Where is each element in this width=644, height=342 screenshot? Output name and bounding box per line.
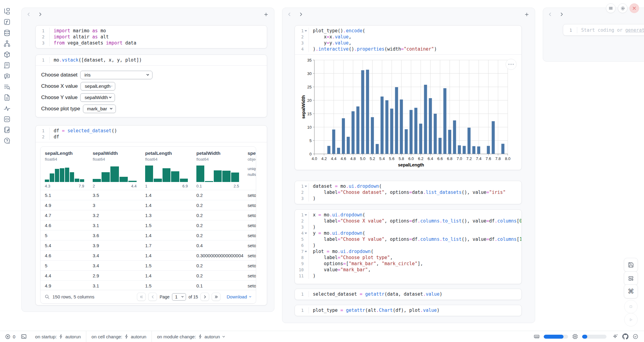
column-move-right-button[interactable] bbox=[558, 11, 565, 18]
last-page-button[interactable] bbox=[212, 293, 220, 301]
github-icon[interactable] bbox=[622, 333, 628, 340]
fold-chevron-icon[interactable] bbox=[304, 250, 307, 253]
shutdown-button[interactable] bbox=[629, 3, 639, 13]
tracing-icon[interactable] bbox=[3, 105, 11, 112]
command-palette-button[interactable]: ⌘ bbox=[624, 284, 638, 298]
code-editor[interactable]: 1selected_dataset = getattr(data, datase… bbox=[295, 289, 521, 299]
chevron-down-icon bbox=[108, 95, 112, 99]
file-explorer-icon[interactable] bbox=[3, 7, 11, 15]
svg-text:7.0: 7.0 bbox=[456, 156, 462, 161]
notebook-menu-button[interactable] bbox=[606, 3, 616, 13]
table-column-header[interactable]: petalWidthfloat640.12.5 bbox=[192, 147, 243, 190]
terminal-button[interactable] bbox=[21, 333, 30, 340]
page-select[interactable]: 1 bbox=[172, 293, 186, 301]
snippets-icon[interactable] bbox=[3, 115, 11, 123]
add-cell-button[interactable] bbox=[523, 11, 530, 18]
chart-actions-button[interactable] bbox=[506, 59, 517, 70]
on-cell-change-setting[interactable]: on cell change: autorun bbox=[86, 331, 152, 342]
table-footer: 150 rows, 5 columns Page 1 of 15 bbox=[41, 290, 256, 303]
line-number: 1 bbox=[36, 57, 50, 63]
on-module-change-setting[interactable]: on module change: autorun bbox=[152, 331, 231, 342]
line-number: 3 bbox=[36, 40, 50, 46]
code-editor[interactable]: 1plot_type = getattr(alt.Chart(df), plot… bbox=[295, 305, 521, 315]
search-icon[interactable] bbox=[45, 294, 50, 299]
logs-icon[interactable] bbox=[3, 61, 11, 69]
column-move-right-button[interactable] bbox=[37, 11, 44, 18]
code-editor[interactable]: 1mo.vstack([dataset, x, y, plot]) bbox=[36, 55, 267, 65]
add-cell-button[interactable] bbox=[263, 11, 269, 18]
dependency-graph-icon[interactable] bbox=[3, 40, 11, 48]
dropdown-select-choose-plot-type[interactable]: mark_bar bbox=[83, 105, 116, 113]
table-column-header[interactable]: sepalWidthfloat6424.4 bbox=[88, 147, 141, 190]
table-row[interactable]: 53.61.40.2setosa bbox=[41, 230, 256, 240]
column-move-left-button[interactable] bbox=[25, 11, 32, 18]
table-column-header[interactable]: speciesobjectunique:nulls: bbox=[243, 147, 256, 190]
next-page-button[interactable] bbox=[200, 293, 209, 301]
datasources-icon[interactable] bbox=[3, 29, 11, 37]
ai-sparkle-icon[interactable] bbox=[612, 333, 618, 340]
dropdown-select-choose-y-value[interactable]: sepalWidth bbox=[80, 93, 115, 102]
download-button[interactable]: Download bbox=[227, 294, 252, 299]
cell-dataset-dropdown: 1dataset = mo.ui.dropdown(2 label="Choos… bbox=[295, 181, 522, 204]
code-line: 3 y=y.value, bbox=[295, 40, 521, 46]
table-cell: 3 bbox=[88, 203, 141, 208]
help-icon[interactable] bbox=[3, 137, 11, 145]
fold-chevron-icon[interactable] bbox=[304, 232, 307, 235]
code-editor[interactable]: 1import marimo as mo2import altair as al… bbox=[36, 26, 267, 48]
variables-search-icon[interactable] bbox=[3, 83, 11, 91]
dropdown-select-choose-dataset[interactable]: iris bbox=[80, 71, 152, 79]
line-number: 1 bbox=[563, 27, 577, 33]
scratchpad-icon[interactable] bbox=[3, 126, 11, 134]
code-editor[interactable]: 1dataset = mo.ui.dropdown(2 label="Choos… bbox=[295, 181, 521, 204]
column-move-left-button[interactable] bbox=[286, 11, 293, 18]
column-move-right-button[interactable] bbox=[298, 11, 304, 18]
save-notebook-button[interactable] bbox=[624, 258, 638, 272]
table-cell: 2.9 bbox=[88, 273, 141, 278]
first-page-button[interactable] bbox=[137, 293, 146, 301]
notebook-column-3: 1 Start coding or generate with bbox=[543, 8, 644, 62]
table-row[interactable]: 4.63.11.50.2setosa bbox=[41, 220, 256, 230]
dropdown-select-choose-x-value[interactable]: sepalLength bbox=[80, 82, 115, 91]
run-all-button[interactable] bbox=[624, 313, 638, 326]
packages-icon[interactable] bbox=[3, 51, 11, 59]
column-move-left-button[interactable] bbox=[547, 11, 553, 18]
documentation-icon[interactable] bbox=[3, 94, 11, 102]
table-row[interactable]: 5.13.51.40.2setosa bbox=[41, 190, 256, 200]
previous-page-button[interactable] bbox=[148, 293, 157, 301]
ram-usage-meter[interactable] bbox=[544, 335, 568, 339]
layout-toggle-button[interactable] bbox=[624, 271, 638, 285]
on-startup-setting[interactable]: on startup: autorun bbox=[30, 331, 86, 342]
table-row[interactable]: 4.93.11.50.1setosa bbox=[41, 280, 256, 290]
svg-text:6.4: 6.4 bbox=[428, 156, 433, 161]
chat-assistant-icon[interactable] bbox=[3, 72, 11, 80]
table-row[interactable]: 4.73.21.30.2setosa bbox=[41, 210, 256, 220]
table-row[interactable]: 4.63.41.40.30000000000000004setosa bbox=[41, 250, 256, 260]
stop-execution-button[interactable] bbox=[624, 300, 638, 313]
table-row[interactable]: 4.42.91.40.2setosa bbox=[41, 270, 256, 280]
altair-bar-chart[interactable]: 4.04.24.44.64.85.05.25.45.65.86.06.26.46… bbox=[301, 58, 521, 169]
cell-chart: 1plot_type().encode(2 x=x.value,3 y=y.va… bbox=[295, 25, 522, 170]
table-row[interactable]: 5.43.91.70.4setosa bbox=[41, 240, 256, 250]
marimo-app: 1import marimo as mo2import altair as al… bbox=[0, 0, 644, 342]
on-module-change-value: autorun bbox=[205, 334, 220, 339]
code-line: 1plot_type().encode( bbox=[295, 28, 521, 34]
errors-indicator[interactable]: 0 bbox=[5, 334, 21, 340]
code-editor[interactable]: 1x = mo.ui.dropdown(2 label="Choose X va… bbox=[295, 210, 521, 281]
functions-icon[interactable] bbox=[3, 18, 11, 26]
fold-chevron-icon[interactable] bbox=[304, 213, 307, 216]
table-row[interactable]: 53.41.50.2setosa bbox=[41, 260, 256, 270]
gear-icon bbox=[620, 6, 625, 11]
table-row[interactable]: 4.931.40.2setosa bbox=[41, 200, 256, 210]
table-column-header[interactable]: petalLengthfloat6416.9 bbox=[141, 147, 192, 190]
code-editor[interactable]: 1df = selected_dataset()2df bbox=[36, 126, 267, 142]
fold-chevron-icon[interactable] bbox=[304, 185, 307, 188]
fold-chevron-icon[interactable] bbox=[304, 29, 307, 32]
settings-button[interactable] bbox=[618, 3, 628, 13]
connection-status-icon[interactable] bbox=[632, 333, 639, 340]
column-min: 1 bbox=[145, 184, 147, 188]
code-editor[interactable]: 1plot_type().encode(2 x=x.value,3 y=y.va… bbox=[295, 26, 521, 54]
cpu-usage-meter[interactable] bbox=[582, 335, 606, 339]
code-line: 8 label="Choose plot type", bbox=[295, 255, 521, 261]
table-column-header[interactable]: sepalLengthfloat644.37.9 bbox=[41, 147, 88, 190]
new-cell-placeholder[interactable]: Start coding or generate with bbox=[577, 27, 644, 33]
